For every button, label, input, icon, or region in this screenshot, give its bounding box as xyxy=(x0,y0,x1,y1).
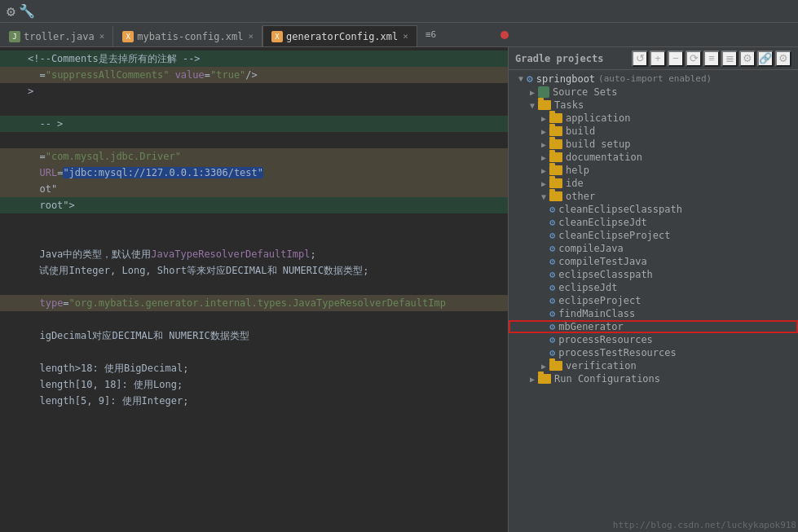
tree-compileJava[interactable]: ⚙ compileJava xyxy=(509,242,798,255)
processTestResources-label: processTestResources xyxy=(558,347,677,358)
gradle-toolbar: ↺ + − ⟳ ≡ ≣ ⚙ 🔗 ⚙ xyxy=(632,51,791,67)
xml-mybatis-icon: X xyxy=(122,31,134,42)
scroll-tabs-btn[interactable]: ≡6 xyxy=(421,29,441,40)
close-generator-tab[interactable]: × xyxy=(403,31,408,42)
tree-cleanEclipseProject[interactable]: ⚙ cleanEclipseProject xyxy=(509,229,798,242)
code-line xyxy=(0,213,508,230)
collapse-button[interactable]: ≣ xyxy=(721,51,738,67)
code-line: Java中的类型，默认使用JavaTypeResolverDefaultImpl… xyxy=(0,246,508,262)
settings-button[interactable]: ⚙ xyxy=(739,51,756,67)
other-folder-icon xyxy=(549,191,562,201)
tree-run-configurations[interactable]: ▶ Run Configurations xyxy=(509,372,798,385)
compileJava-label: compileJava xyxy=(558,243,623,254)
tree-findMainClass[interactable]: ⚙ findMainClass xyxy=(509,307,798,320)
code-line: 试使用Integer, Long, Short等来对应DECIMAL和 NUME… xyxy=(0,262,508,279)
link-button[interactable]: 🔗 xyxy=(757,51,774,67)
code-line: length[5, 9]: 使用Integer; xyxy=(0,393,508,409)
tree-processResources[interactable]: ⚙ processResources xyxy=(509,333,798,346)
gradle-header: Gradle projects ↺ + − ⟳ ≡ ≣ ⚙ 🔗 ⚙ xyxy=(509,47,798,70)
gear-icon: ⚙ xyxy=(549,295,555,306)
code-line xyxy=(0,99,508,116)
tree-build[interactable]: ▶ build xyxy=(509,125,798,138)
run-config-folder-icon xyxy=(538,374,551,384)
code-line: > xyxy=(0,83,508,99)
code-line xyxy=(0,344,508,360)
remove-button[interactable]: − xyxy=(668,51,684,67)
verification-label: verification xyxy=(566,360,637,372)
tree-eclipseJdt[interactable]: ⚙ eclipseJdt xyxy=(509,281,798,294)
tasks-folder-icon xyxy=(538,100,551,110)
eclipseJdt-label: eclipseJdt xyxy=(558,282,617,293)
tree-other[interactable]: ▼ other xyxy=(509,190,798,203)
build-setup-label: build setup xyxy=(566,138,630,150)
xml-generator-icon: X xyxy=(271,31,283,42)
application-folder-icon xyxy=(549,113,562,123)
processResources-label: processResources xyxy=(558,334,653,345)
tree-verification[interactable]: ▶ verification xyxy=(509,359,798,372)
build-setup-folder-icon xyxy=(549,139,562,149)
tree-mbGenerator[interactable]: ⚙ mbGenerator xyxy=(509,320,798,333)
code-line: ="suppressAllComments" value="true"/> xyxy=(0,67,508,83)
tasks-label: Tasks xyxy=(554,99,584,111)
config-top-icon: 🔧 xyxy=(19,3,35,19)
compileTestJava-label: compileTestJava xyxy=(558,256,646,267)
close-mybatis-tab[interactable]: × xyxy=(248,31,254,42)
add-button[interactable]: + xyxy=(650,51,666,67)
tree-source-sets[interactable]: ▶ Source Sets xyxy=(509,86,798,99)
code-line: length>18: 使用BigDecimal; xyxy=(0,360,508,376)
help-folder-icon xyxy=(549,165,562,175)
tab-generator-config[interactable]: X generatorConfig.xml × xyxy=(262,25,417,46)
tree-eclipseClasspath[interactable]: ⚙ eclipseClasspath xyxy=(509,268,798,281)
tab-generator-label: generatorConfig.xml xyxy=(286,31,398,42)
tree-cleanEclipseClasspath[interactable]: ⚙ cleanEclipseClasspath xyxy=(509,203,798,216)
run-configurations-label: Run Configurations xyxy=(554,373,660,385)
eclipseClasspath-label: eclipseClasspath xyxy=(558,269,653,280)
code-line: igDecimal对应DECIMAL和 NUMERIC数据类型 xyxy=(0,328,508,344)
gear-icon: ⚙ xyxy=(549,334,555,345)
tree-eclipseProject[interactable]: ⚙ eclipseProject xyxy=(509,294,798,307)
reload-button[interactable]: ⟳ xyxy=(686,51,702,67)
mbGenerator-label: mbGenerator xyxy=(558,321,623,332)
tree-help[interactable]: ▶ help xyxy=(509,164,798,177)
source-sets-label: Source Sets xyxy=(553,86,617,98)
gear-icon: ⚙ xyxy=(549,347,555,358)
tree-tasks[interactable]: ▼ Tasks xyxy=(509,99,798,112)
tree-application[interactable]: ▶ application xyxy=(509,112,798,125)
tree-compileTestJava[interactable]: ⚙ compileTestJava xyxy=(509,255,798,268)
gear-icon: ⚙ xyxy=(549,282,555,293)
gear-icon: ⚙ xyxy=(549,269,555,280)
ide-label: ide xyxy=(566,178,584,189)
application-label: application xyxy=(566,112,630,124)
tree-processTestResources[interactable]: ⚙ processTestResources xyxy=(509,346,798,359)
gradle-tree[interactable]: ▼ ⚙ springboot (auto-import enabled) ▶ S… xyxy=(509,70,798,532)
gear-icon: ⚙ xyxy=(549,204,555,215)
code-line: ot" xyxy=(0,181,508,197)
top-bar: ⚙ 🔧 xyxy=(0,0,798,23)
help-label: help xyxy=(566,165,589,176)
gradle-title: Gradle projects xyxy=(515,53,603,64)
close-controller-tab[interactable]: × xyxy=(99,31,105,42)
code-line: URL="jdbc:mysql://127.0.0.1:3306/test" xyxy=(0,165,508,181)
tree-cleanEclipseJdt[interactable]: ⚙ cleanEclipseJdt xyxy=(509,216,798,229)
watermark: http://blog.csdn.net/luckykapok918 xyxy=(613,520,796,530)
expand-button[interactable]: ≡ xyxy=(703,51,720,67)
tab-controller-label: troller.java xyxy=(24,31,95,42)
gradle-top-icon: ⚙ xyxy=(7,2,15,20)
refresh-button[interactable]: ↺ xyxy=(632,51,648,67)
tree-root-springboot[interactable]: ▼ ⚙ springboot (auto-import enabled) xyxy=(509,72,798,86)
findMainClass-label: findMainClass xyxy=(558,308,635,319)
springboot-sublabel: (auto-import enabled) xyxy=(598,73,712,84)
tab-controller[interactable]: J troller.java × xyxy=(0,25,113,46)
other-label: other xyxy=(566,191,595,202)
cleanEclipseProject-label: cleanEclipseProject xyxy=(558,230,670,241)
gear-icon: ⚙ xyxy=(549,217,555,228)
tree-documentation[interactable]: ▶ documentation xyxy=(509,151,798,164)
tree-build-setup[interactable]: ▶ build setup xyxy=(509,138,798,151)
code-line: -- > xyxy=(0,116,508,132)
code-editor[interactable]: <!--Comments是去掉所有的注解 --> ="suppressAllCo… xyxy=(0,47,509,532)
gradle-panel: Gradle projects ↺ + − ⟳ ≡ ≣ ⚙ 🔗 ⚙ ▼ ⚙ sp… xyxy=(509,47,798,532)
java-icon: J xyxy=(9,31,20,42)
gear-button[interactable]: ⚙ xyxy=(775,51,791,67)
tree-ide[interactable]: ▶ ide xyxy=(509,177,798,190)
tab-mybatis[interactable]: X mybatis-config.xml × xyxy=(113,25,262,46)
